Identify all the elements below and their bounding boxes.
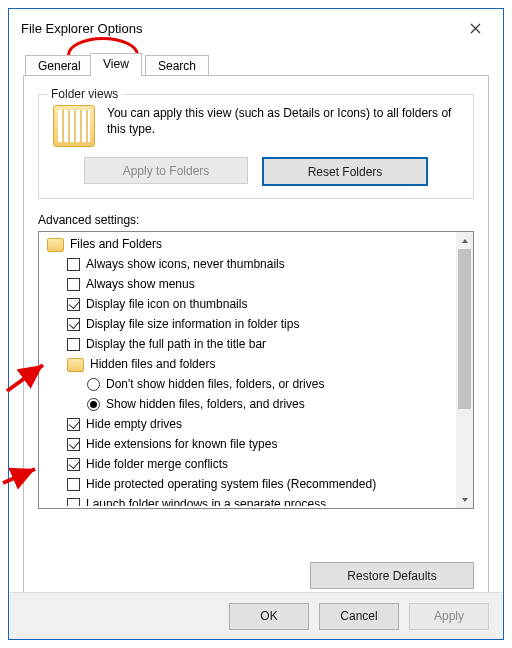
opt-display-file-icon-on-thumbnails[interactable]: Display file icon on thumbnails xyxy=(41,294,456,314)
folder-views-text: You can apply this view (such as Details… xyxy=(107,105,459,137)
advanced-settings-list[interactable]: Files and Folders Always show icons, nev… xyxy=(38,231,474,509)
checkbox-icon xyxy=(67,458,80,471)
opt-hide-empty-drives[interactable]: Hide empty drives xyxy=(41,414,456,434)
scroll-up-button[interactable] xyxy=(456,232,473,249)
chevron-up-icon xyxy=(461,237,469,245)
titlebar: File Explorer Options xyxy=(9,9,503,47)
checkbox-icon xyxy=(67,318,80,331)
tab-general[interactable]: General xyxy=(25,55,94,75)
advanced-settings-label: Advanced settings: xyxy=(38,213,474,227)
close-icon xyxy=(470,23,481,34)
scroll-down-button[interactable] xyxy=(456,491,473,508)
opt-show-hidden[interactable]: Show hidden files, folders, and drives xyxy=(41,394,456,414)
checkbox-icon xyxy=(67,438,80,451)
reset-folders-button[interactable]: Reset Folders xyxy=(262,157,428,186)
checkbox-icon xyxy=(67,418,80,431)
tab-search[interactable]: Search xyxy=(145,55,209,75)
scroll-thumb[interactable] xyxy=(458,249,471,409)
checkbox-icon xyxy=(67,478,80,491)
checkbox-icon xyxy=(67,338,80,351)
checkbox-icon xyxy=(67,498,80,507)
radio-icon xyxy=(87,398,100,411)
checkbox-icon xyxy=(67,298,80,311)
chevron-down-icon xyxy=(461,496,469,504)
folder-icon xyxy=(67,358,84,372)
folder-views-group: Folder views You can apply this view (su… xyxy=(38,94,474,199)
tree-hidden-files-group: Hidden files and folders xyxy=(41,354,456,374)
folder-icon xyxy=(47,238,64,252)
folder-views-icon xyxy=(53,105,95,147)
tab-view[interactable]: View xyxy=(90,53,142,76)
opt-hide-merge-conflicts[interactable]: Hide folder merge conflicts xyxy=(41,454,456,474)
apply-button[interactable]: Apply xyxy=(409,603,489,630)
scroll-track[interactable] xyxy=(456,249,473,491)
opt-display-file-size-in-tips[interactable]: Display file size information in folder … xyxy=(41,314,456,334)
tab-strip: General View Search xyxy=(23,53,489,76)
opt-launch-separate-process[interactable]: Launch folder windows in a separate proc… xyxy=(41,494,456,506)
window-title: File Explorer Options xyxy=(21,21,455,36)
opt-dont-show-hidden[interactable]: Don't show hidden files, folders, or dri… xyxy=(41,374,456,394)
cancel-button[interactable]: Cancel xyxy=(319,603,399,630)
file-explorer-options-dialog: File Explorer Options General View Searc… xyxy=(8,8,504,640)
ok-button[interactable]: OK xyxy=(229,603,309,630)
tree-root-files-and-folders: Files and Folders xyxy=(41,234,456,254)
opt-always-show-menus[interactable]: Always show menus xyxy=(41,274,456,294)
radio-icon xyxy=(87,378,100,391)
checkbox-icon xyxy=(67,278,80,291)
opt-hide-extensions[interactable]: Hide extensions for known file types xyxy=(41,434,456,454)
folder-views-legend: Folder views xyxy=(47,87,122,101)
close-button[interactable] xyxy=(455,14,495,42)
advanced-scrollbar[interactable] xyxy=(456,232,473,508)
opt-display-full-path-titlebar[interactable]: Display the full path in the title bar xyxy=(41,334,456,354)
opt-hide-protected-os-files[interactable]: Hide protected operating system files (R… xyxy=(41,474,456,494)
checkbox-icon xyxy=(67,258,80,271)
restore-defaults-button[interactable]: Restore Defaults xyxy=(310,562,474,589)
apply-to-folders-button[interactable]: Apply to Folders xyxy=(84,157,248,184)
tab-body-view: Folder views You can apply this view (su… xyxy=(23,76,489,600)
opt-always-show-icons[interactable]: Always show icons, never thumbnails xyxy=(41,254,456,274)
dialog-button-row: OK Cancel Apply xyxy=(9,592,503,639)
